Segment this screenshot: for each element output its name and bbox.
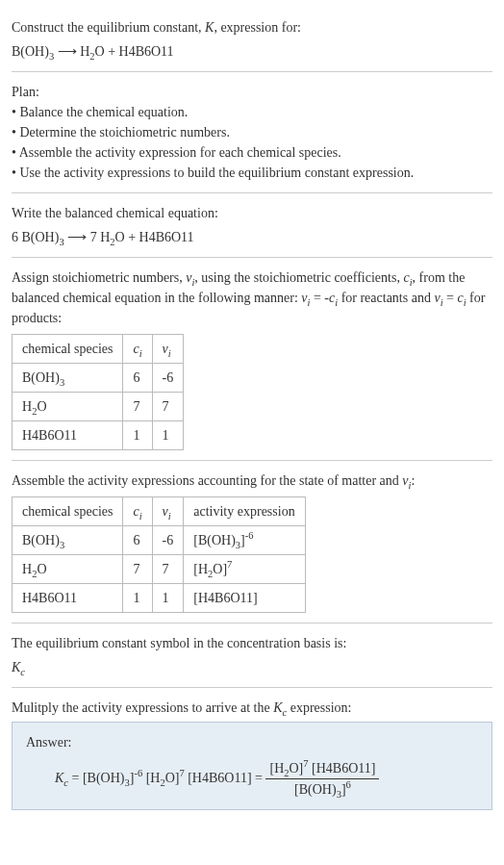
table-row: H2O 7 7 <box>13 393 184 421</box>
cell-vi: -6 <box>152 526 184 555</box>
activity-table: chemical species ci νi activity expressi… <box>12 496 306 613</box>
fraction-denominator: [B(OH)3]6 <box>265 779 379 800</box>
balanced-section: Write the balanced chemical equation: 6 … <box>12 193 492 258</box>
cell-species: H2O <box>13 555 123 584</box>
answer-box: Answer: Kc = [B(OH)3]-6 [H2O]7 [H4B6O11]… <box>12 722 492 810</box>
fraction-numerator: [H2O]7 [H4B6O11] <box>265 758 379 779</box>
cell-ci: 7 <box>123 555 152 584</box>
th-species: chemical species <box>13 335 123 364</box>
cell-species: H4B6O11 <box>13 584 123 613</box>
th-vi: νi <box>152 335 184 364</box>
cell-species: H4B6O11 <box>13 421 123 450</box>
symbol-section: The equilibrium constant symbol in the c… <box>12 623 492 688</box>
table-row: H4B6O11 1 1 <box>13 421 184 450</box>
plan-heading: Plan: <box>12 82 492 102</box>
answer-expression: Kc = [B(OH)3]-6 [H2O]7 [H4B6O11] = [H2O]… <box>55 758 478 800</box>
plan-item: • Balance the chemical equation. <box>12 102 492 122</box>
symbol-heading: The equilibrium constant symbol in the c… <box>12 633 492 653</box>
th-vi: νi <box>152 497 184 526</box>
fraction: [H2O]7 [H4B6O11] [B(OH)3]6 <box>265 758 379 800</box>
final-section: Mulitply the activity expressions to arr… <box>12 688 492 820</box>
stoich-heading: Assign stoichiometric numbers, νi, using… <box>12 267 492 328</box>
cell-species: B(OH)3 <box>13 364 123 393</box>
cell-ci: 1 <box>123 421 152 450</box>
balanced-equation: 6 B(OH)3 ⟶ 7 H2O + H4B6O11 <box>12 227 492 247</box>
cell-vi: 1 <box>152 584 184 613</box>
th-species: chemical species <box>13 497 123 526</box>
table-row: B(OH)3 6 -6 <box>13 364 184 393</box>
activity-heading: Assemble the activity expressions accoun… <box>12 471 492 491</box>
cell-vi: 1 <box>152 421 184 450</box>
cell-vi: 7 <box>152 393 184 421</box>
table-row: B(OH)3 6 -6 [B(OH)3]-6 <box>13 526 306 555</box>
stoich-section: Assign stoichiometric numbers, νi, using… <box>12 258 492 461</box>
th-activity: activity expression <box>184 497 305 526</box>
cell-vi: -6 <box>152 364 184 393</box>
table-row: H2O 7 7 [H2O]7 <box>13 555 306 584</box>
plan-item: • Determine the stoichiometric numbers. <box>12 122 492 142</box>
answer-label: Answer: <box>26 732 478 752</box>
table-row: chemical species ci νi activity expressi… <box>13 497 306 526</box>
symbol-value: Kc <box>12 657 492 677</box>
th-ci: ci <box>123 497 152 526</box>
cell-ci: 6 <box>123 526 152 555</box>
balanced-heading: Write the balanced chemical equation: <box>12 203 492 223</box>
cell-activity: [H4B6O11] <box>184 584 305 613</box>
cell-species: H2O <box>13 393 123 421</box>
cell-ci: 1 <box>123 584 152 613</box>
cell-species: B(OH)3 <box>13 526 123 555</box>
plan-section: Plan: • Balance the chemical equation. •… <box>12 72 492 193</box>
cell-activity: [B(OH)3]-6 <box>184 526 305 555</box>
table-row: chemical species ci νi <box>13 335 184 364</box>
intro-section: Construct the equilibrium constant, K, e… <box>12 8 492 72</box>
final-heading: Mulitply the activity expressions to arr… <box>12 698 492 718</box>
th-ci: ci <box>123 335 152 364</box>
plan-item: • Use the activity expressions to build … <box>12 163 492 183</box>
stoich-table: chemical species ci νi B(OH)3 6 -6 H2O 7… <box>12 334 184 450</box>
intro-line: Construct the equilibrium constant, K, e… <box>12 17 492 38</box>
cell-vi: 7 <box>152 555 184 584</box>
intro-equation: B(OH)3 ⟶ H2O + H4B6O11 <box>12 41 492 62</box>
plan-item: • Assemble the activity expression for e… <box>12 142 492 163</box>
table-row: H4B6O11 1 1 [H4B6O11] <box>13 584 306 613</box>
cell-ci: 7 <box>123 393 152 421</box>
cell-ci: 6 <box>123 364 152 393</box>
cell-activity: [H2O]7 <box>184 555 305 584</box>
activity-section: Assemble the activity expressions accoun… <box>12 461 492 623</box>
